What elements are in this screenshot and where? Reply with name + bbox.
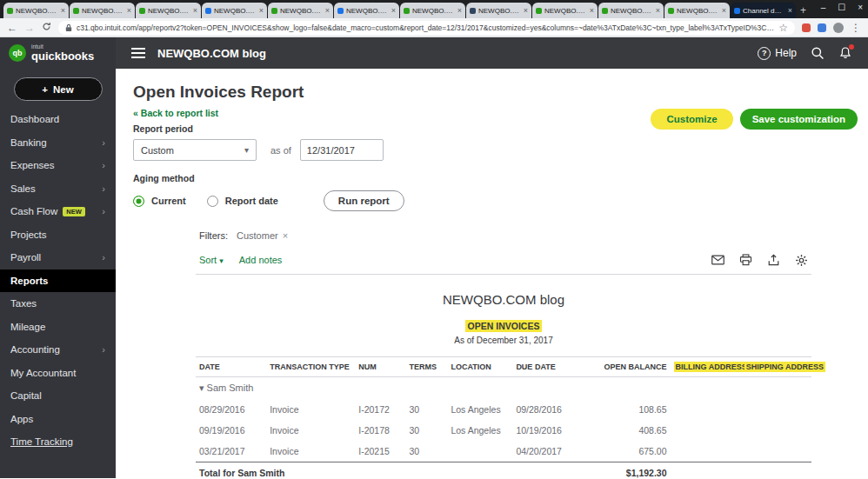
browser-tab[interactable]: NEWQBO.CO× bbox=[202, 3, 267, 18]
browser-address-bar: ← → c31.qbo.intuit.com/app/reportv2?toke… bbox=[0, 18, 868, 37]
print-icon[interactable] bbox=[738, 253, 752, 267]
aging-report-date-radio[interactable] bbox=[207, 196, 218, 207]
forward-nav-icon[interactable]: → bbox=[24, 23, 35, 33]
hamburger-menu-icon[interactable] bbox=[131, 48, 145, 58]
email-icon[interactable] bbox=[711, 253, 724, 267]
new-button[interactable]: + New bbox=[14, 77, 103, 101]
tab-close-icon[interactable]: × bbox=[788, 6, 792, 15]
sidebar-item-reports[interactable]: Reports bbox=[0, 269, 116, 293]
tab-close-icon[interactable]: × bbox=[590, 6, 594, 15]
tab-close-icon[interactable]: × bbox=[391, 6, 396, 15]
tab-close-icon[interactable]: × bbox=[325, 6, 330, 15]
sidebar-item-banking[interactable]: Banking› bbox=[0, 131, 116, 155]
tab-label: NEWQBO.CO bbox=[346, 7, 389, 15]
sidebar-item-mileage[interactable]: Mileage bbox=[0, 316, 116, 339]
refresh-icon[interactable] bbox=[42, 22, 51, 33]
sidebar-item-projects[interactable]: Projects bbox=[0, 223, 116, 247]
quickbooks-favicon bbox=[271, 8, 277, 14]
col-num[interactable]: NUM bbox=[355, 357, 405, 377]
extension-icon[interactable] bbox=[802, 23, 811, 32]
extension-icon[interactable] bbox=[818, 23, 826, 32]
sidebar-item-dashboard[interactable]: Dashboard bbox=[0, 108, 116, 131]
sidebar-item-my-accountant[interactable]: My Accountant bbox=[0, 362, 116, 385]
new-tab-button[interactable]: + bbox=[800, 4, 806, 17]
collapse-caret-icon[interactable]: ▾ bbox=[199, 383, 204, 393]
document-favicon bbox=[337, 8, 344, 14]
sidebar-item-accounting[interactable]: Accounting› bbox=[0, 338, 116, 362]
run-report-button[interactable]: Run report bbox=[324, 190, 404, 211]
browser-tab[interactable]: NEWQBO.CO× bbox=[136, 3, 201, 18]
report-period-dropdown[interactable]: Custom ▾ bbox=[133, 139, 257, 161]
chevron-right-icon: › bbox=[102, 252, 105, 263]
browser-tab[interactable]: NEWQBO.CO× bbox=[598, 3, 664, 18]
aging-current-radio[interactable] bbox=[133, 196, 144, 207]
quickbooks-favicon bbox=[404, 8, 410, 14]
col-location[interactable]: LOCATION bbox=[447, 357, 512, 377]
chevron-right-icon: › bbox=[102, 183, 105, 194]
tab-close-icon[interactable]: × bbox=[722, 6, 726, 15]
browser-tab[interactable]: NEWQBO.CO× bbox=[268, 3, 333, 18]
col-due-date[interactable]: DUE DATE bbox=[512, 357, 591, 377]
col-billing-address[interactable]: BILLING ADDRESS bbox=[671, 357, 741, 377]
sidebar-item-capital[interactable]: Capital bbox=[0, 384, 116, 408]
aging-method-label: Aging method bbox=[133, 173, 854, 183]
add-notes-link[interactable]: Add notes bbox=[239, 255, 283, 265]
url-field[interactable]: c31.qbo.intuit.com/app/reportv2?token=OP… bbox=[58, 21, 795, 35]
table-row[interactable]: 08/29/2016 Invoice I-20172 30 Los Angele… bbox=[196, 399, 811, 420]
tab-close-icon[interactable]: × bbox=[193, 6, 197, 15]
sidebar-item-apps[interactable]: Apps bbox=[0, 408, 116, 431]
export-icon[interactable] bbox=[766, 253, 780, 267]
sidebar-item-taxes[interactable]: Taxes bbox=[0, 292, 116, 316]
report-subtitle: As of December 31, 2017 bbox=[196, 336, 811, 345]
notifications-bell-icon[interactable] bbox=[838, 46, 852, 60]
browser-menu-icon[interactable]: ⋮ bbox=[851, 23, 861, 33]
browser-tab[interactable]: NEWQBO.CO× bbox=[400, 3, 465, 18]
back-to-report-list-link[interactable]: « Back to report list bbox=[133, 108, 218, 118]
col-terms[interactable]: TERMS bbox=[406, 357, 448, 377]
sidebar-item-sales[interactable]: Sales› bbox=[0, 177, 116, 201]
tab-close-icon[interactable]: × bbox=[524, 6, 528, 15]
tab-label: NEWQBO.CO bbox=[148, 7, 190, 15]
tab-label: NEWQBO.CO bbox=[16, 7, 58, 15]
col-date[interactable]: DATE bbox=[196, 357, 266, 377]
table-row[interactable]: 03/21/2017 Invoice I-20215 30 04/20/2017… bbox=[196, 441, 811, 462]
tab-close-icon[interactable]: × bbox=[259, 6, 264, 15]
tab-close-icon[interactable]: × bbox=[656, 6, 660, 15]
tab-close-icon[interactable]: × bbox=[61, 6, 65, 15]
window-close-button[interactable]: × bbox=[858, 2, 863, 14]
tab-close-icon[interactable]: × bbox=[457, 6, 462, 15]
browser-tab[interactable]: NEWQBO.CO× bbox=[3, 3, 69, 18]
browser-tab[interactable]: NEWQBO.CO× bbox=[466, 3, 531, 18]
browser-tab[interactable]: NEWQBO.CO× bbox=[70, 3, 135, 18]
browser-tab[interactable]: NEWQBO.CO× bbox=[532, 3, 598, 18]
sidebar-item-time-tracking[interactable]: Time Tracking bbox=[0, 430, 116, 454]
browser-tab-channel-dash[interactable]: Channel dash× bbox=[731, 3, 796, 18]
remove-filter-icon[interactable]: × bbox=[283, 230, 288, 241]
browser-tab[interactable]: NEWQBO.CO× bbox=[334, 3, 399, 18]
tab-close-icon[interactable]: × bbox=[127, 6, 131, 15]
search-icon[interactable] bbox=[811, 46, 825, 60]
settings-gear-icon[interactable] bbox=[794, 253, 808, 267]
as-of-date-input[interactable] bbox=[300, 139, 384, 161]
table-row[interactable]: 09/19/2016 Invoice I-20178 30 Los Angele… bbox=[196, 420, 811, 441]
col-shipping-address[interactable]: SHIPPING ADDRESS bbox=[741, 357, 811, 377]
sidebar-item-payroll[interactable]: Payroll› bbox=[0, 246, 116, 269]
window-maximize-button[interactable]: ☐ bbox=[838, 2, 845, 14]
browser-tab[interactable]: NEWQBO.CO× bbox=[664, 3, 730, 18]
help-button[interactable]: ? Help bbox=[758, 47, 797, 60]
back-nav-icon[interactable]: ← bbox=[7, 23, 17, 33]
window-minimize-button[interactable]: – bbox=[821, 2, 826, 14]
sidebar-item-expenses[interactable]: Expenses› bbox=[0, 154, 116, 177]
quickbooks-favicon bbox=[668, 8, 674, 14]
as-of-label: as of bbox=[270, 145, 291, 156]
chevron-right-icon: › bbox=[102, 344, 105, 355]
browser-profile-avatar[interactable] bbox=[833, 23, 844, 33]
sidebar-item-cash-flow[interactable]: Cash FlowNEW› bbox=[0, 200, 116, 223]
col-open-balance[interactable]: OPEN BALANCE bbox=[591, 357, 671, 377]
bookmark-star-icon[interactable]: ☆ bbox=[778, 23, 788, 33]
save-customization-button[interactable]: Save customization bbox=[740, 109, 858, 130]
customize-button[interactable]: Customize bbox=[651, 109, 732, 130]
col-transaction-type[interactable]: TRANSACTION TYPE bbox=[266, 357, 355, 377]
sort-dropdown[interactable]: Sort ▾ bbox=[199, 255, 224, 265]
plus-icon: + bbox=[42, 84, 48, 95]
